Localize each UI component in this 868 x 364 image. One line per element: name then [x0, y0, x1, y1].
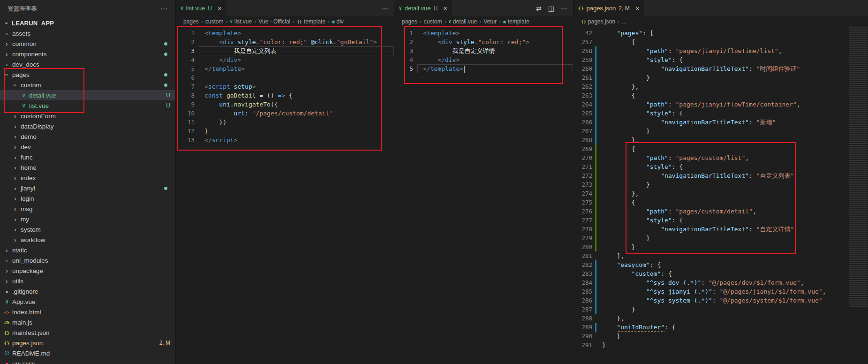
- tree-item-utils[interactable]: ›utils: [0, 276, 175, 286]
- code-line[interactable]: 274 },: [574, 189, 868, 198]
- code-line[interactable]: 257 {: [574, 38, 868, 46]
- tree-item-dev_docs[interactable]: ›dev_docs: [0, 59, 175, 69]
- tree-item-list.vue[interactable]: Vlist.vueU: [0, 100, 175, 111]
- tree-item-workflow[interactable]: ›workflow: [0, 235, 175, 245]
- close-icon[interactable]: ×: [443, 5, 447, 12]
- code-line[interactable]: 13</script>: [176, 136, 394, 144]
- code-line[interactable]: 267 }: [574, 127, 868, 136]
- tree-item-dataDisplay[interactable]: ›dataDisplay: [0, 121, 175, 131]
- code-line[interactable]: 42 "pages": [: [574, 29, 868, 38]
- code-line[interactable]: 3 我是自定义详情: [394, 46, 573, 55]
- code-area[interactable]: 1<template>2 <div style="color: red;">3 …: [394, 27, 573, 73]
- code-line[interactable]: 282 "easycom": {: [574, 260, 868, 269]
- tab-pages.json[interactable]: {}pages.json2, M×: [574, 0, 644, 16]
- code-line[interactable]: 278 "navigationBarTitleText": "自定义详情": [574, 225, 868, 234]
- more-actions-icon[interactable]: ⋯: [160, 5, 167, 13]
- tree-item-login[interactable]: ›login: [0, 193, 175, 204]
- code-line[interactable]: 1<template>: [176, 29, 394, 38]
- tree-item-index[interactable]: ›index: [0, 173, 175, 183]
- code-line[interactable]: 258 "path": "pages/jianyi/flowTime/list"…: [574, 46, 868, 55]
- breadcrumb-item[interactable]: Vlist.vue: [230, 18, 252, 25]
- code-line[interactable]: 7<script setup>: [176, 82, 394, 91]
- tree-item-home[interactable]: ›home: [0, 162, 175, 173]
- code-line[interactable]: 2 <div style="color: red;">: [394, 38, 573, 46]
- code-line[interactable]: 10 url: '/pages/custom/detail': [176, 109, 394, 118]
- breadcrumb-item[interactable]: custom: [205, 18, 224, 25]
- tree-item-detail.vue[interactable]: Vdetail.vueU: [0, 90, 175, 100]
- breadcrumb-item[interactable]: ▣div: [332, 18, 344, 25]
- tree-item-pages[interactable]: ›pages: [0, 69, 175, 80]
- code-area[interactable]: 42 "pages": [257 {258 "path": "pages/jia…: [574, 27, 868, 349]
- tree-item-pages.json[interactable]: {}pages.json2, M: [0, 338, 175, 348]
- split-editor-icon[interactable]: ◫: [548, 5, 554, 12]
- tree-item-func[interactable]: ›func: [0, 152, 175, 162]
- code-line[interactable]: 265 "style": {: [574, 109, 868, 118]
- code-line[interactable]: 6: [176, 73, 394, 82]
- open-changes-icon[interactable]: ⇄: [536, 5, 542, 12]
- code-line[interactable]: 280 }: [574, 243, 868, 251]
- code-line[interactable]: 259 "style": {: [574, 55, 868, 64]
- code-line[interactable]: 289 "uniIdRouter": {: [574, 323, 868, 332]
- breadcrumb-item[interactable]: Vue - Official: [258, 18, 290, 25]
- code-line[interactable]: 270 "path": "pages/custom/list",: [574, 153, 868, 162]
- code-line[interactable]: 290 }: [574, 332, 868, 341]
- code-line[interactable]: 9 uni.navigateTo({: [176, 100, 394, 109]
- breadcrumb-item[interactable]: Vdetail.vue: [448, 18, 477, 25]
- code-line[interactable]: 285 "^sys-jianyi-(.*)": "@/pages/jianyi/…: [574, 287, 868, 296]
- code-line[interactable]: 8const goDetail = () => {: [176, 91, 394, 100]
- code-line[interactable]: 273 }: [574, 180, 868, 189]
- tree-item-dev[interactable]: ›dev: [0, 142, 175, 152]
- code-line[interactable]: 275 {: [574, 198, 868, 207]
- more-icon[interactable]: ⋯: [382, 5, 388, 12]
- close-icon[interactable]: ×: [635, 5, 640, 12]
- code-line[interactable]: 260 "navigationBarTitleText": "时间组件验证": [574, 64, 868, 73]
- tree-item-system[interactable]: ›system: [0, 224, 175, 235]
- tab-detail.vue[interactable]: Vdetail.vueU×: [394, 0, 453, 16]
- code-line[interactable]: 263 {: [574, 91, 868, 100]
- code-line[interactable]: 291}: [574, 341, 868, 349]
- code-line[interactable]: 272 "navigationBarTitleText": "自定义列表": [574, 171, 868, 180]
- tree-item-assets[interactable]: ›assets: [0, 28, 175, 38]
- code-line[interactable]: 287 }: [574, 305, 868, 314]
- code-line[interactable]: 5</template>: [394, 64, 573, 73]
- code-line[interactable]: 266 "navigationBarTitleText": "新增": [574, 118, 868, 127]
- tree-item-index.html[interactable]: <>index.html: [0, 307, 175, 317]
- breadcrumb-item[interactable]: ...: [622, 18, 626, 25]
- code-line[interactable]: 264 "path": "pages/jianyi/flowTime/conta…: [574, 100, 868, 109]
- code-line[interactable]: 12}: [176, 127, 394, 136]
- tree-item-main.js[interactable]: JSmain.js: [0, 317, 175, 327]
- tree-item-components[interactable]: ›components: [0, 49, 175, 59]
- code-line[interactable]: 286 "^sys-system-(.*)": "@/pages/system/…: [574, 296, 868, 305]
- tree-item-custom[interactable]: ›custom: [0, 80, 175, 90]
- tree-item-demo[interactable]: ›demo: [0, 131, 175, 142]
- close-icon[interactable]: ×: [218, 5, 222, 12]
- breadcrumb-item[interactable]: {}template: [297, 18, 325, 25]
- code-line[interactable]: 3 我是自定义列表: [176, 46, 394, 55]
- code-line[interactable]: 284 "^sys-dev-(.*)": "@/pages/dev/$1/for…: [574, 278, 868, 287]
- tab-list.vue[interactable]: Vlist.vueU×: [176, 0, 227, 16]
- tree-item-uni.scss[interactable]: ●uni.scss: [0, 358, 175, 364]
- code-line[interactable]: 269 {: [574, 144, 868, 153]
- code-line[interactable]: 262 },: [574, 82, 868, 91]
- breadcrumb-item[interactable]: Vetur: [483, 18, 497, 25]
- code-line[interactable]: 268 },: [574, 136, 868, 144]
- code-line[interactable]: 2 <div style="color: red;" @click="goDet…: [176, 38, 394, 46]
- tree-item-uni_modules[interactable]: ›uni_modules: [0, 255, 175, 265]
- tree-item-customForm[interactable]: ›customForm: [0, 111, 175, 121]
- code-line[interactable]: 281 ],: [574, 251, 868, 260]
- tree-item-manifest.json[interactable]: {}manifest.json: [0, 327, 175, 338]
- tree-item-msg[interactable]: ›msg: [0, 204, 175, 214]
- code-line[interactable]: 4 </div>: [394, 55, 573, 64]
- breadcrumb-item[interactable]: {}pages.json: [581, 18, 615, 25]
- code-line[interactable]: 271 "style": {: [574, 162, 868, 171]
- code-line[interactable]: 279 }: [574, 234, 868, 243]
- tree-item-.gitignore[interactable]: ◆.gitignore: [0, 286, 175, 296]
- code-line[interactable]: 283 "custom": {: [574, 269, 868, 278]
- code-line[interactable]: 1<template>: [394, 29, 573, 38]
- code-area[interactable]: 1<template>2 <div style="color: red;" @c…: [176, 27, 394, 144]
- more-icon[interactable]: ⋯: [561, 5, 567, 12]
- breadcrumb-item[interactable]: pages: [402, 18, 417, 25]
- minimap[interactable]: [849, 27, 868, 308]
- tree-item-common[interactable]: ›common: [0, 38, 175, 49]
- code-line[interactable]: 276 "path": "pages/custom/detail",: [574, 207, 868, 216]
